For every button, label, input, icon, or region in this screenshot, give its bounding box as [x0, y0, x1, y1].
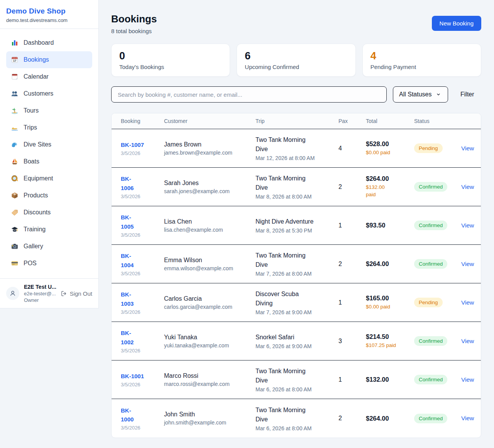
customer-email: james.brown@example.com [164, 150, 250, 156]
paid-amount: $132.00 paid [366, 184, 391, 199]
paid-amount: $0.00 paid [366, 303, 409, 311]
brand[interactable]: Demo Dive Shop demo.test.divestreams.com [0, 0, 98, 29]
pax-count: 2 [338, 261, 366, 268]
booking-date: 3/5/2026 [121, 232, 159, 238]
pax-count: 4 [338, 145, 366, 152]
view-link[interactable]: View [461, 299, 474, 306]
sidebar-item-trips[interactable]: Trips [6, 119, 92, 136]
customer-email: yuki.tanaka@example.com [164, 342, 250, 349]
trip-name: Discover Scuba Diving [255, 290, 313, 308]
customer-name: Sarah Jones [164, 180, 250, 187]
trip-name: Snorkel Safari [255, 333, 327, 342]
pax-count: 2 [338, 415, 366, 422]
stat-label: Pending Payment [370, 64, 473, 70]
dive-mask-icon [11, 175, 19, 182]
sidebar-item-label: Tours [24, 107, 39, 114]
status-badge: Confirmed [414, 259, 447, 269]
sidebar-item-boats[interactable]: Boats [6, 153, 92, 170]
stat-card-pending-payment: 4 Pending Payment [362, 44, 481, 77]
booking-link[interactable]: BK-1005 [121, 213, 138, 231]
trip-name: Night Dive Adventure [255, 217, 327, 226]
sidebar-item-products[interactable]: Products [6, 187, 92, 204]
pax-count: 3 [338, 338, 366, 345]
user-panel: E2E Test U... e2e-tester@... Owner Sign … [0, 278, 98, 308]
pax-count: 1 [338, 376, 366, 383]
view-link[interactable]: View [461, 184, 474, 190]
view-link[interactable]: View [461, 222, 474, 229]
trip-datetime: Mar 8, 2026 at 8:00 AM [255, 194, 333, 200]
status-badge: Confirmed [414, 375, 447, 384]
booking-link[interactable]: BK-1007 [121, 140, 144, 149]
booking-link[interactable]: BK-1002 [121, 328, 138, 347]
sidebar-item-training[interactable]: Training [6, 221, 92, 238]
view-link[interactable]: View [461, 261, 474, 267]
status-select[interactable]: All Statuses [393, 86, 448, 103]
pax-count: 2 [338, 184, 366, 190]
sidebar-nav: Dashboard 17 Bookings Calendar Customers… [0, 29, 98, 278]
total-amount: $264.00 [366, 415, 409, 422]
new-booking-button[interactable]: New Booking [432, 16, 481, 31]
tear-off-calendar-icon [11, 73, 19, 81]
sidebar-item-pos[interactable]: POS [6, 255, 92, 272]
booking-date: 3/5/2026 [121, 382, 159, 387]
paid-amount: $0.00 paid [366, 149, 409, 157]
sidebar-item-dashboard[interactable]: Dashboard [6, 34, 92, 51]
table-row: BK-1002 3/5/2026 Yuki Tanaka yuki.tanaka… [112, 322, 481, 360]
booking-link[interactable]: BK-1003 [121, 290, 138, 308]
trip-name: Two Tank Morning Dive [255, 406, 313, 424]
view-link[interactable]: View [461, 338, 474, 344]
sidebar-item-label: Bookings [24, 56, 49, 63]
logout-icon [61, 290, 67, 297]
calendar-date-icon: 17 [11, 56, 19, 64]
sidebar-item-bookings[interactable]: 17 Bookings [6, 51, 92, 68]
total-amount: $264.00 [366, 175, 409, 182]
sidebar-item-label: Equipment [24, 175, 53, 182]
stats-row: 0 Today's Bookings 6 Upcoming Confirmed … [111, 44, 481, 77]
customer-email: carlos.garcia@example.com [164, 304, 250, 310]
sign-out-button[interactable]: Sign Out [61, 290, 92, 297]
status-badge: Confirmed [414, 336, 447, 346]
customer-email: lisa.chen@example.com [164, 227, 250, 233]
sidebar-item-tours[interactable]: Tours [6, 102, 92, 119]
booking-date: 3/5/2026 [121, 271, 159, 276]
customer-name: Lisa Chen [164, 218, 250, 225]
sidebar-item-customers[interactable]: Customers [6, 85, 92, 102]
sidebar-item-dive-sites[interactable]: Dive Sites [6, 136, 92, 153]
stat-value: 4 [370, 50, 473, 62]
people-icon [11, 90, 19, 98]
sidebar-item-equipment[interactable]: Equipment [6, 170, 92, 187]
page-header: Bookings 8 total bookings New Booking [111, 13, 481, 34]
trip-datetime: Mar 6, 2026 at 9:00 AM [255, 343, 333, 349]
booking-link[interactable]: BK-1001 [121, 372, 144, 381]
view-link[interactable]: View [461, 415, 474, 421]
column-header-booking: Booking [121, 118, 164, 124]
search-input[interactable] [111, 86, 387, 103]
booking-link[interactable]: BK-1006 [121, 174, 138, 192]
customer-email: emma.wilson@example.com [164, 265, 250, 271]
booking-link[interactable]: BK-1000 [121, 406, 138, 424]
brand-name[interactable]: Demo Dive Shop [6, 7, 92, 15]
sidebar-item-discounts[interactable]: Discounts [6, 204, 92, 221]
customer-name: Carlos Garcia [164, 295, 250, 302]
filter-button[interactable]: Filter [460, 91, 474, 98]
sidebar-item-gallery[interactable]: Gallery [6, 238, 92, 255]
booking-link[interactable]: BK-1004 [121, 251, 138, 269]
stat-label: Upcoming Confirmed [245, 64, 347, 70]
user-role: Owner [24, 297, 56, 303]
svg-text:17: 17 [13, 59, 16, 62]
total-amount: $132.00 [366, 376, 409, 383]
table-row: BK-1004 3/5/2026 Emma Wilson emma.wilson… [112, 245, 481, 283]
view-link[interactable]: View [461, 376, 474, 383]
trip-name: Two Tank Morning Dive [255, 174, 313, 192]
customer-email: john.smith@example.com [164, 419, 250, 426]
table-row: BK-1003 3/5/2026 Carlos Garcia carlos.ga… [112, 283, 481, 322]
sidebar-item-label: Customers [24, 90, 53, 97]
customer-name: James Brown [164, 141, 250, 148]
customer-name: Yuki Tanaka [164, 334, 250, 341]
view-link[interactable]: View [461, 145, 474, 152]
graduation-cap-icon [11, 226, 19, 233]
booking-date: 3/5/2026 [121, 150, 159, 156]
sidebar-item-calendar[interactable]: Calendar [6, 68, 92, 85]
status-badge: Pending [414, 143, 443, 153]
trip-name: Two Tank Morning Dive [255, 367, 313, 385]
